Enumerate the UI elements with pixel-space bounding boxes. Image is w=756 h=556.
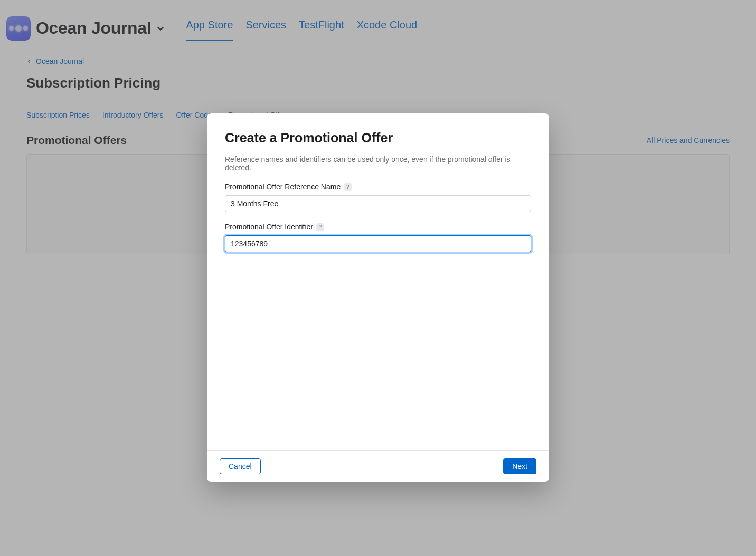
identifier-label: Promotional Offer Identifier ? [225,223,531,231]
modal-footer: Cancel Next [207,450,549,482]
help-icon[interactable]: ? [344,183,352,191]
reference-name-label: Promotional Offer Reference Name ? [225,183,531,191]
create-promotional-offer-modal: Create a Promotional Offer Reference nam… [207,113,549,482]
cancel-button[interactable]: Cancel [220,458,261,474]
next-button[interactable]: Next [503,458,536,474]
modal-body: Create a Promotional Offer Reference nam… [207,113,549,450]
identifier-input[interactable] [225,235,531,252]
modal-description: Reference names and identifiers can be u… [225,155,531,172]
reference-name-input[interactable] [225,195,531,212]
help-icon[interactable]: ? [316,223,324,231]
modal-title: Create a Promotional Offer [225,130,531,146]
